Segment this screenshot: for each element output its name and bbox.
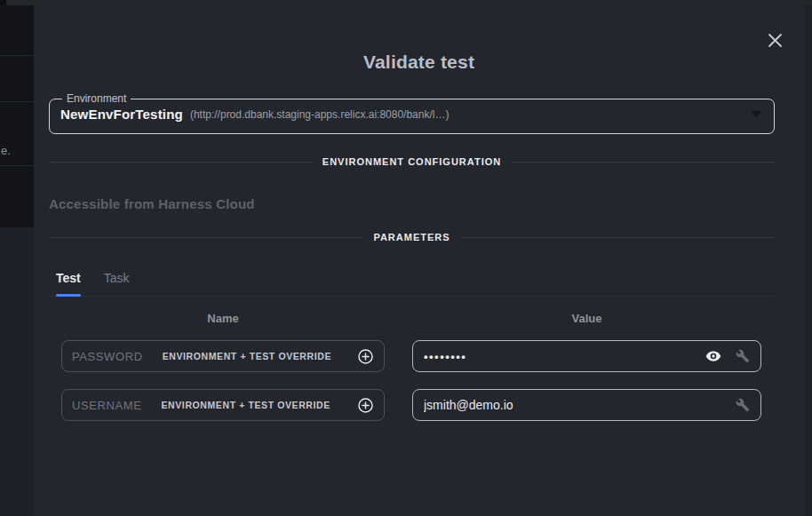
tab-task[interactable]: Task	[104, 263, 130, 296]
wrench-icon	[736, 398, 750, 412]
dialog-title: Validate test	[34, 52, 804, 73]
configure-value-button[interactable]	[736, 398, 750, 412]
add-override-button[interactable]	[357, 348, 374, 365]
table-headers: Name Value	[61, 312, 761, 325]
table-row: USERNAME ENVIRONMENT + TEST OVERRIDE	[61, 389, 761, 421]
section-label: ENVIRONMENT CONFIGURATION	[322, 156, 501, 167]
username-value-input[interactable]	[424, 398, 736, 412]
sidebar-text-fragment: e.	[1, 144, 11, 157]
column-header-name: Name	[61, 312, 385, 325]
table-row: PASSWORD ENVIRONMENT + TEST OVERRIDE	[61, 340, 761, 372]
close-button[interactable]	[763, 28, 786, 52]
column-header-value: Value	[412, 312, 761, 325]
configure-value-button[interactable]	[736, 349, 750, 363]
param-name-box-username: USERNAME ENVIRONMENT + TEST OVERRIDE	[61, 389, 385, 421]
sidebar-divider	[0, 165, 34, 166]
close-icon	[768, 33, 783, 48]
environment-name: NewEnvForTesting	[60, 107, 183, 122]
dialog-content: Environment NewEnvForTesting (http://pro…	[49, 92, 775, 421]
param-name: USERNAME	[72, 399, 141, 412]
sidebar-divider	[0, 55, 34, 56]
section-divider-environment-configuration: ENVIRONMENT CONFIGURATION	[49, 156, 775, 167]
environment-select-value: NewEnvForTesting (http://prod.dbank.stag…	[60, 107, 761, 122]
accessible-from-text: Accessible from Harness Cloud	[49, 196, 775, 211]
active-tab-underline	[56, 294, 81, 297]
parameter-tabs: Test Task	[49, 263, 775, 297]
override-badge: ENVIRONMENT + TEST OVERRIDE	[163, 351, 331, 361]
password-value-input[interactable]	[424, 350, 705, 363]
background-sidebar: e.	[0, 5, 34, 227]
section-divider-parameters: PARAMETERS	[49, 232, 775, 242]
param-value-box-password	[412, 340, 761, 372]
section-label: PARAMETERS	[373, 232, 450, 242]
sidebar-divider	[0, 101, 34, 102]
param-value-box-username	[412, 389, 761, 421]
circle-plus-icon	[357, 397, 374, 414]
validate-test-dialog: Validate test Environment NewEnvForTesti…	[34, 5, 804, 516]
page-right-edge	[804, 5, 812, 516]
background-sidebar-lower	[0, 227, 34, 516]
param-name: PASSWORD	[72, 350, 143, 363]
chevron-down-icon	[751, 111, 761, 117]
tab-test[interactable]: Test	[56, 263, 81, 296]
environment-select-label: Environment	[62, 92, 131, 105]
param-name-box-password: PASSWORD ENVIRONMENT + TEST OVERRIDE	[61, 340, 385, 372]
eye-icon	[705, 350, 721, 362]
add-override-button[interactable]	[357, 397, 374, 414]
environment-select[interactable]: Environment NewEnvForTesting (http://pro…	[49, 92, 775, 134]
wrench-icon	[736, 349, 750, 363]
circle-plus-icon	[357, 348, 374, 365]
environment-url: (http://prod.dbank.staging-apps.relicx.a…	[190, 108, 450, 121]
override-badge: ENVIRONMENT + TEST OVERRIDE	[161, 400, 330, 410]
toggle-visibility-button[interactable]	[705, 350, 721, 362]
